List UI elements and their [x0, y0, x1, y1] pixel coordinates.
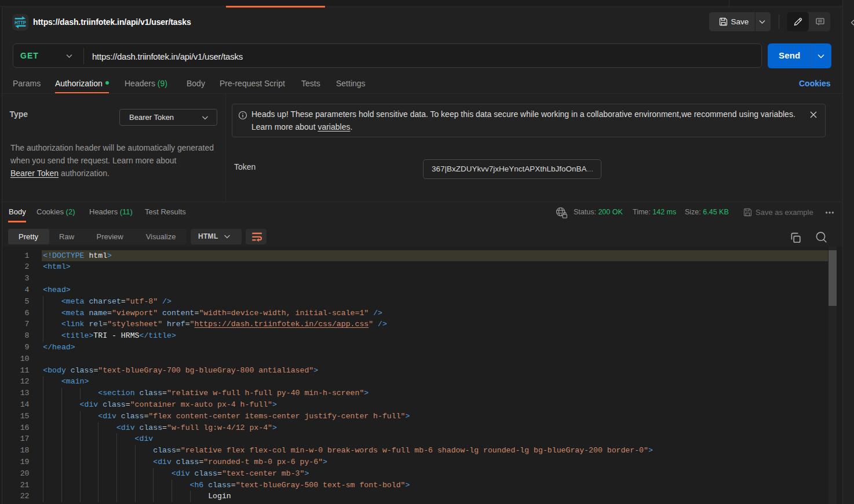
svg-text:HTTP: HTTP: [14, 19, 26, 25]
